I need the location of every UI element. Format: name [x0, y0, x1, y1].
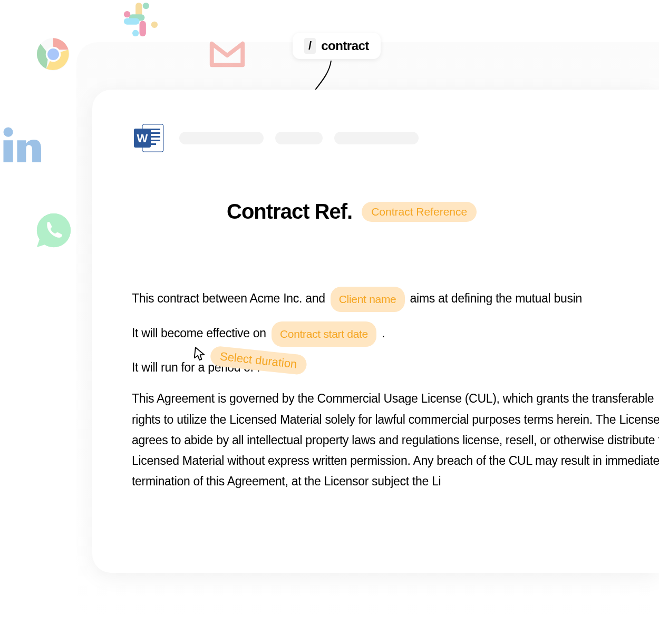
document-header: W	[132, 121, 659, 155]
svg-point-5	[151, 22, 158, 28]
contract-reference-chip[interactable]: Contract Reference	[362, 202, 477, 222]
body-text: aims at defining the mutual busin	[407, 291, 582, 305]
placeholder-tabs	[179, 132, 419, 144]
document-title-row: Contract Ref. Contract Reference	[227, 200, 659, 223]
linkedin-icon	[0, 124, 41, 167]
gmail-icon	[208, 40, 246, 71]
svg-point-6	[132, 30, 139, 36]
svg-point-10	[47, 48, 59, 60]
slash-command-text: contract	[321, 38, 369, 53]
whatsapp-icon	[34, 211, 73, 252]
svg-rect-12	[4, 140, 13, 162]
slash-command-badge[interactable]: / contract	[293, 33, 381, 59]
document-title: Contract Ref.	[227, 200, 352, 223]
slash-key: /	[304, 38, 316, 54]
contract-start-date-chip[interactable]: Contract start date	[272, 321, 376, 347]
svg-rect-3	[124, 18, 140, 25]
body-text: This contract between Acme Inc. and	[132, 291, 328, 305]
cursor-icon	[191, 345, 209, 364]
body-paragraph: This Agreement is governed by the Commer…	[132, 388, 659, 491]
body-text: .	[379, 326, 385, 340]
body-text: It will become effective on	[132, 326, 269, 340]
svg-text:W: W	[137, 132, 148, 145]
placeholder-tab	[179, 132, 264, 144]
word-icon: W	[132, 121, 166, 155]
slack-icon	[121, 0, 160, 41]
svg-rect-2	[140, 21, 146, 36]
svg-point-7	[124, 11, 130, 17]
placeholder-tab	[275, 132, 323, 144]
placeholder-tab	[334, 132, 419, 144]
svg-point-4	[143, 3, 149, 9]
svg-point-11	[4, 128, 13, 137]
chrome-icon	[36, 37, 71, 74]
client-name-chip[interactable]: Client name	[331, 287, 405, 312]
document-body: This contract between Acme Inc. and Clie…	[132, 287, 659, 492]
document-card: W Contract Ref. Contract Reference This …	[92, 90, 659, 573]
